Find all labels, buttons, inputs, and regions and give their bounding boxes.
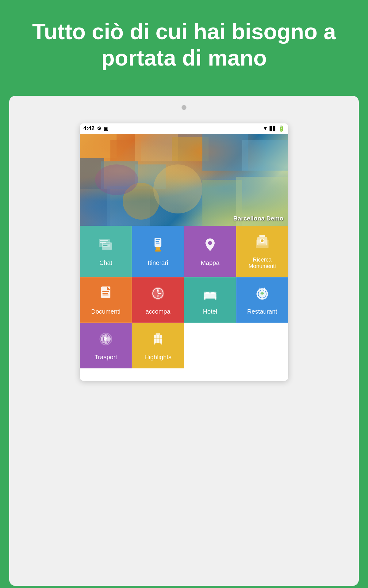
svg-rect-34 [258,243,266,244]
grid-container: Chat Itinerari [80,226,288,368]
svg-rect-27 [156,243,160,244]
trasport-icon [97,330,114,350]
chat-label: Chat [99,259,112,266]
svg-point-32 [261,239,263,242]
wifi-icon: ▼ [263,125,268,132]
grid-item-restaurant[interactable]: Restaurant [236,277,288,323]
grid-bottom [80,368,288,381]
svg-rect-67 [154,338,162,339]
phone-frame: 4:42 ⚙ ▣ ▼ ▋▋ 🔋 [80,123,288,381]
svg-rect-23 [156,247,160,250]
svg-point-70 [154,343,155,345]
mappa-label: Mappa [201,259,219,266]
battery-icon: 🔋 [278,125,285,132]
svg-rect-37 [102,291,109,292]
svg-rect-48 [204,297,205,300]
hotel-icon [201,285,219,304]
status-bar: 4:42 ⚙ ▣ ▼ ▋▋ 🔋 [80,123,288,134]
mappa-icon [201,236,219,256]
svg-point-57 [260,292,264,294]
svg-rect-38 [102,293,108,294]
svg-rect-7 [202,134,248,171]
grid-item-ricerca-monumenti[interactable]: Ricerca Monumenti [236,226,288,277]
svg-rect-26 [156,241,159,242]
device-dot [182,105,186,110]
grid-item-mappa[interactable]: Mappa [184,226,236,277]
settings-icon: ⚙ [97,126,101,131]
grid-item-chat[interactable]: Chat [80,226,132,277]
accompa-icon [149,285,167,304]
svg-rect-9 [80,189,110,226]
header: Tutto ciò di cui hai bisogno a portata d… [0,0,368,84]
highlights-label: Highlights [144,354,171,361]
svg-rect-50 [205,292,209,294]
hero-label: Barcellona Demo [233,215,283,222]
svg-rect-39 [102,295,109,296]
chat-icon [97,236,114,256]
grid-item-documenti[interactable]: Documenti [80,277,132,323]
ricerca-monumenti-icon [254,233,271,253]
hero-image: Barcellona Demo [80,134,288,226]
svg-rect-25 [156,239,160,240]
grid-item-itinerari[interactable]: Itinerari [132,226,184,277]
itinerari-label: Itinerari [148,259,168,266]
svg-point-71 [160,343,162,345]
svg-rect-22 [155,238,161,247]
grid-empty-2 [236,323,288,368]
grid-item-hotel[interactable]: Hotel [184,277,236,323]
svg-rect-17 [100,240,108,241]
documenti-label: Documenti [91,308,121,315]
svg-rect-46 [204,293,216,299]
status-icons: ▼ ▋▋ 🔋 [263,125,285,132]
grid-empty-1 [184,323,236,368]
ricerca-monumenti-label: Ricerca Monumenti [240,257,284,270]
device-container: 4:42 ⚙ ▣ ▼ ▋▋ 🔋 [9,96,359,586]
hotel-label: Hotel [203,308,217,315]
sim-icon: ▣ [104,126,108,131]
svg-rect-24 [155,250,161,252]
grid-item-accompa[interactable]: accompa [132,277,184,323]
documenti-icon [97,285,114,304]
header-title: Tutto ciò di cui hai bisogno a portata d… [12,18,356,71]
status-time: 4:42 ⚙ ▣ [83,125,108,132]
signal-icon: ▋▋ [270,126,276,131]
restaurant-label: Restaurant [247,308,277,315]
svg-point-15 [95,164,138,195]
svg-rect-35 [101,286,110,298]
svg-point-14 [153,164,202,213]
grid-item-highlights[interactable]: Highlights [132,323,184,368]
itinerari-icon [149,236,167,256]
grid-item-trasport[interactable]: Trasport [80,323,132,368]
svg-rect-8 [242,140,288,171]
svg-rect-21 [103,245,108,246]
svg-point-28 [208,241,212,245]
svg-rect-51 [211,292,215,294]
trasport-label: Trasport [94,354,117,361]
svg-rect-33 [259,235,265,237]
svg-rect-2 [135,134,178,161]
restaurant-icon [254,285,271,304]
svg-rect-20 [103,244,110,245]
svg-rect-49 [215,297,217,300]
highlights-icon [149,330,167,350]
accompa-label: accompa [145,308,170,315]
